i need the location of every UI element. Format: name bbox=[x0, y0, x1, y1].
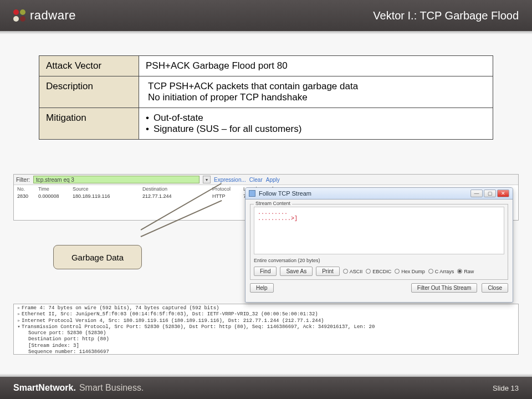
collapse-icon[interactable]: ▾ bbox=[16, 324, 22, 330]
dialog-titlebar: Follow TCP Stream — ▢ ✕ bbox=[245, 188, 513, 200]
hexdump-radio[interactable]: Hex Dump bbox=[395, 269, 425, 274]
save-as-button[interactable]: Save As bbox=[280, 267, 313, 276]
footer-network: Network. bbox=[38, 383, 76, 393]
col-source: Source bbox=[73, 186, 142, 192]
expand-icon[interactable]: ▹ bbox=[16, 311, 22, 318]
expand-icon[interactable]: ▹ bbox=[16, 305, 22, 311]
close-button[interactable]: ✕ bbox=[497, 190, 509, 197]
help-button[interactable]: Help bbox=[250, 283, 274, 293]
cell-no: 2830 bbox=[17, 193, 38, 199]
dialog-icon bbox=[249, 190, 255, 197]
detail-l5: Source port: 52830 (52830) bbox=[16, 330, 516, 336]
row-attack-vector-label: Attack Vector bbox=[39, 56, 139, 76]
detail-l6: Destination port: http (80) bbox=[16, 336, 516, 342]
ascii-radio[interactable]: ASCII bbox=[343, 269, 363, 274]
minimize-button[interactable]: — bbox=[470, 190, 483, 197]
close-dialog-button[interactable]: Close bbox=[482, 283, 508, 293]
filter-bar: Filter: tcp.stream eq 3 ▾ Expression... … bbox=[14, 175, 518, 185]
col-time: Time bbox=[38, 186, 73, 192]
entire-conversation-label: Entire conversation (20 bytes) bbox=[254, 258, 320, 263]
col-destination: Destination bbox=[142, 186, 212, 192]
stream-line2: ..........>] bbox=[258, 216, 500, 222]
mit-line2: Signature (SUS – for all customers) bbox=[154, 124, 301, 135]
mit-line1: Out-of-state bbox=[154, 112, 203, 124]
detail-l1: Frame 4: 74 bytes on wire (592 bits), 74… bbox=[22, 305, 219, 311]
detail-l8: Sequence number: 1146386697 bbox=[16, 349, 516, 355]
fieldset-legend: Stream Content bbox=[254, 201, 292, 206]
cell-source: 180.189.119.116 bbox=[73, 193, 142, 199]
filter-dropdown-icon[interactable]: ▾ bbox=[203, 176, 211, 183]
desc-line1: TCP PSH+ACK packets that contain garbage… bbox=[146, 81, 486, 92]
col-no: No. bbox=[17, 186, 38, 192]
maximize-button[interactable]: ▢ bbox=[484, 190, 496, 197]
cell-protocol: HTTP bbox=[212, 193, 243, 199]
detail-l3: Internet Protocol Version 4, Src: 180.18… bbox=[22, 318, 324, 324]
logo: radware bbox=[13, 8, 76, 23]
ebcdic-radio[interactable]: EBCDIC bbox=[366, 269, 391, 274]
content-area: Attack Vector PSH+ACK Garbage Flood port… bbox=[39, 55, 493, 140]
stream-content-fieldset: Stream Content ......... ..........>] En… bbox=[250, 204, 508, 280]
filter-out-button[interactable]: Filter Out This Stream bbox=[411, 283, 478, 293]
expression-link[interactable]: Expression... bbox=[214, 177, 246, 183]
slide-title: Vektor I.: TCP Garbage Flood bbox=[373, 9, 519, 22]
logo-text: radware bbox=[30, 8, 76, 23]
screenshot-area: Filter: tcp.stream eq 3 ▾ Expression... … bbox=[13, 174, 519, 355]
row-mitigation-value: •Out-of-state •Signature (SUS – for all … bbox=[139, 108, 493, 140]
row-attack-vector-value: PSH+ACK Garbage Flood port 80 bbox=[139, 56, 493, 76]
raw-radio[interactable]: Raw bbox=[457, 269, 474, 274]
stream-line1: ......... bbox=[258, 209, 500, 216]
row-description-label: Description bbox=[39, 76, 139, 108]
dialog-title-text: Follow TCP Stream bbox=[259, 190, 311, 197]
footer-bar: Smart Network. Smart Business. Slide 13 bbox=[0, 377, 532, 399]
cell-time: 0.000008 bbox=[38, 193, 73, 199]
header-bar: radware Vektor I.: TCP Garbage Flood bbox=[0, 0, 532, 31]
col-protocol: Protocol bbox=[212, 186, 243, 192]
desc-line2: No initiation of proper TCP handshake bbox=[146, 92, 486, 103]
logo-dots-icon bbox=[13, 9, 25, 22]
clear-link[interactable]: Clear bbox=[249, 177, 263, 183]
row-mitigation-label: Mitigation bbox=[39, 108, 139, 140]
row-description-value: TCP PSH+ACK packets that contain garbage… bbox=[139, 76, 493, 108]
detail-l7: [Stream index: 3] bbox=[16, 343, 516, 349]
slide-number: Slide 13 bbox=[493, 384, 519, 392]
attack-info-table: Attack Vector PSH+ACK Garbage Flood port… bbox=[39, 55, 493, 140]
follow-tcp-dialog: Follow TCP Stream — ▢ ✕ Stream Content .… bbox=[245, 187, 513, 303]
carrays-radio[interactable]: C Arrays bbox=[428, 269, 454, 274]
garbage-data-callout: Garbage Data bbox=[53, 245, 142, 269]
detail-l4: Transmission Control Protocol, Src Port:… bbox=[22, 324, 375, 330]
expand-icon[interactable]: ▹ bbox=[16, 318, 22, 324]
apply-link[interactable]: Apply bbox=[266, 177, 280, 183]
filter-label: Filter: bbox=[16, 177, 30, 183]
find-button[interactable]: Find bbox=[254, 267, 277, 276]
detail-l2: Ethernet II, Src: JuniperN_5f:f0:03 (00:… bbox=[22, 311, 318, 317]
footer-smart2: Smart Business. bbox=[79, 383, 144, 393]
packet-detail-pane: ▹Frame 4: 74 bytes on wire (592 bits), 7… bbox=[13, 304, 519, 355]
callout-label: Garbage Data bbox=[71, 253, 124, 262]
filter-input[interactable]: tcp.stream eq 3 bbox=[33, 176, 200, 183]
footer-smart1: Smart bbox=[13, 383, 38, 393]
stream-content-box[interactable]: ......... ..........>] bbox=[254, 207, 504, 254]
print-button[interactable]: Print bbox=[316, 267, 340, 276]
